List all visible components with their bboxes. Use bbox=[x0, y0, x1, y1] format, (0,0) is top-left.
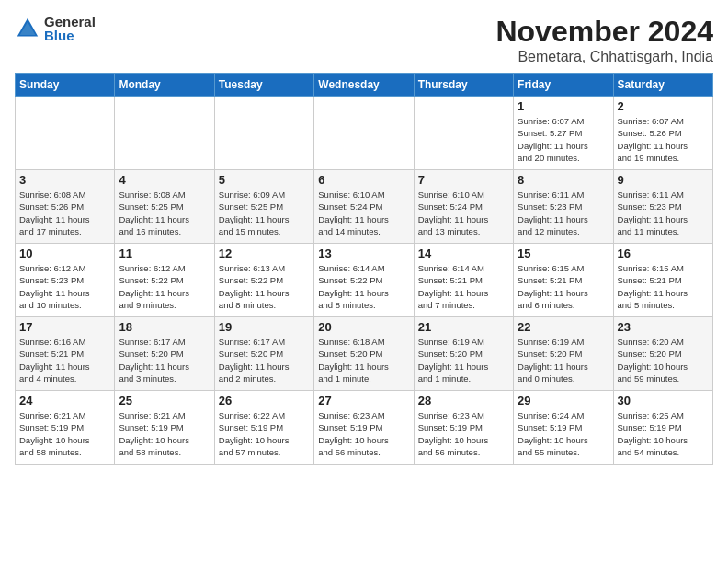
calendar-day-cell: 8Sunrise: 6:11 AM Sunset: 5:23 PM Daylig… bbox=[514, 170, 613, 244]
title-area: November 2024 Bemetara, Chhattisgarh, In… bbox=[495, 15, 713, 65]
day-number: 21 bbox=[418, 320, 509, 334]
weekday-header-thursday: Thursday bbox=[414, 74, 513, 97]
day-info: Sunrise: 6:08 AM Sunset: 5:25 PM Dayligh… bbox=[119, 189, 210, 237]
day-info: Sunrise: 6:14 AM Sunset: 5:21 PM Dayligh… bbox=[418, 262, 509, 311]
day-number: 28 bbox=[418, 394, 509, 408]
day-info: Sunrise: 6:11 AM Sunset: 5:23 PM Dayligh… bbox=[518, 189, 609, 237]
day-info: Sunrise: 6:25 AM Sunset: 5:19 PM Dayligh… bbox=[618, 409, 709, 458]
day-number: 18 bbox=[119, 320, 210, 334]
calendar-week-1: 1Sunrise: 6:07 AM Sunset: 5:27 PM Daylig… bbox=[16, 97, 713, 170]
logo-blue-text: Blue bbox=[44, 29, 96, 42]
calendar-day-cell: 13Sunrise: 6:14 AM Sunset: 5:22 PM Dayli… bbox=[314, 244, 414, 317]
day-number: 12 bbox=[219, 247, 310, 260]
calendar-day-cell bbox=[16, 97, 115, 170]
calendar-week-4: 17Sunrise: 6:16 AM Sunset: 5:21 PM Dayli… bbox=[16, 317, 713, 391]
calendar-day-cell: 28Sunrise: 6:23 AM Sunset: 5:19 PM Dayli… bbox=[414, 391, 513, 465]
day-number: 24 bbox=[19, 394, 110, 408]
day-info: Sunrise: 6:14 AM Sunset: 5:22 PM Dayligh… bbox=[318, 262, 409, 311]
day-info: Sunrise: 6:07 AM Sunset: 5:26 PM Dayligh… bbox=[618, 115, 709, 164]
calendar-day-cell bbox=[214, 97, 313, 170]
calendar-week-2: 3Sunrise: 6:08 AM Sunset: 5:26 PM Daylig… bbox=[16, 170, 713, 244]
calendar-day-cell: 27Sunrise: 6:23 AM Sunset: 5:19 PM Dayli… bbox=[314, 391, 414, 465]
calendar-day-cell: 6Sunrise: 6:10 AM Sunset: 5:24 PM Daylig… bbox=[314, 170, 414, 244]
weekday-header-monday: Monday bbox=[115, 74, 214, 97]
logo-icon bbox=[15, 16, 40, 41]
logo-general-text: General bbox=[44, 15, 96, 29]
calendar-day-cell: 17Sunrise: 6:16 AM Sunset: 5:21 PM Dayli… bbox=[16, 317, 115, 391]
calendar-day-cell: 2Sunrise: 6:07 AM Sunset: 5:26 PM Daylig… bbox=[613, 97, 712, 170]
weekday-header-saturday: Saturday bbox=[613, 74, 712, 97]
day-info: Sunrise: 6:24 AM Sunset: 5:19 PM Dayligh… bbox=[518, 409, 609, 458]
calendar-day-cell: 20Sunrise: 6:18 AM Sunset: 5:20 PM Dayli… bbox=[314, 317, 414, 391]
calendar-day-cell: 15Sunrise: 6:15 AM Sunset: 5:21 PM Dayli… bbox=[514, 244, 613, 317]
page-header: General Blue November 2024 Bemetara, Chh… bbox=[15, 15, 713, 65]
calendar-day-cell: 30Sunrise: 6:25 AM Sunset: 5:19 PM Dayli… bbox=[613, 391, 712, 465]
calendar-table: SundayMondayTuesdayWednesdayThursdayFrid… bbox=[15, 73, 713, 465]
day-info: Sunrise: 6:22 AM Sunset: 5:19 PM Dayligh… bbox=[219, 409, 310, 458]
day-number: 19 bbox=[219, 320, 310, 334]
weekday-header-row: SundayMondayTuesdayWednesdayThursdayFrid… bbox=[16, 74, 713, 97]
day-number: 5 bbox=[219, 173, 310, 187]
day-number: 20 bbox=[318, 320, 409, 334]
calendar-day-cell: 24Sunrise: 6:21 AM Sunset: 5:19 PM Dayli… bbox=[16, 391, 115, 465]
calendar-week-3: 10Sunrise: 6:12 AM Sunset: 5:23 PM Dayli… bbox=[16, 244, 713, 317]
calendar-day-cell: 1Sunrise: 6:07 AM Sunset: 5:27 PM Daylig… bbox=[514, 97, 613, 170]
calendar-day-cell: 23Sunrise: 6:20 AM Sunset: 5:20 PM Dayli… bbox=[613, 317, 712, 391]
day-number: 10 bbox=[19, 247, 110, 260]
day-number: 3 bbox=[19, 173, 110, 187]
day-info: Sunrise: 6:13 AM Sunset: 5:22 PM Dayligh… bbox=[219, 262, 310, 311]
calendar-day-cell: 5Sunrise: 6:09 AM Sunset: 5:25 PM Daylig… bbox=[214, 170, 313, 244]
day-info: Sunrise: 6:20 AM Sunset: 5:20 PM Dayligh… bbox=[618, 336, 709, 385]
day-info: Sunrise: 6:07 AM Sunset: 5:27 PM Dayligh… bbox=[518, 115, 609, 164]
day-number: 11 bbox=[119, 247, 210, 260]
day-number: 9 bbox=[618, 173, 709, 187]
calendar-day-cell: 4Sunrise: 6:08 AM Sunset: 5:25 PM Daylig… bbox=[115, 170, 214, 244]
day-number: 16 bbox=[618, 247, 709, 260]
calendar-day-cell: 18Sunrise: 6:17 AM Sunset: 5:20 PM Dayli… bbox=[115, 317, 214, 391]
location-title: Bemetara, Chhattisgarh, India bbox=[495, 49, 713, 65]
calendar-day-cell: 7Sunrise: 6:10 AM Sunset: 5:24 PM Daylig… bbox=[414, 170, 513, 244]
day-number: 29 bbox=[518, 394, 609, 408]
day-number: 27 bbox=[318, 394, 409, 408]
calendar-day-cell: 3Sunrise: 6:08 AM Sunset: 5:26 PM Daylig… bbox=[16, 170, 115, 244]
calendar-day-cell: 26Sunrise: 6:22 AM Sunset: 5:19 PM Dayli… bbox=[214, 391, 313, 465]
day-info: Sunrise: 6:12 AM Sunset: 5:22 PM Dayligh… bbox=[119, 262, 210, 311]
weekday-header-friday: Friday bbox=[514, 74, 613, 97]
calendar-day-cell: 9Sunrise: 6:11 AM Sunset: 5:23 PM Daylig… bbox=[613, 170, 712, 244]
calendar-body: 1Sunrise: 6:07 AM Sunset: 5:27 PM Daylig… bbox=[16, 97, 713, 465]
day-info: Sunrise: 6:21 AM Sunset: 5:19 PM Dayligh… bbox=[119, 409, 210, 458]
logo: General Blue bbox=[15, 15, 96, 42]
calendar-day-cell: 16Sunrise: 6:15 AM Sunset: 5:21 PM Dayli… bbox=[613, 244, 712, 317]
day-info: Sunrise: 6:23 AM Sunset: 5:19 PM Dayligh… bbox=[318, 409, 409, 458]
day-info: Sunrise: 6:19 AM Sunset: 5:20 PM Dayligh… bbox=[418, 336, 509, 385]
day-info: Sunrise: 6:16 AM Sunset: 5:21 PM Dayligh… bbox=[19, 336, 110, 385]
calendar-day-cell bbox=[115, 97, 214, 170]
day-info: Sunrise: 6:12 AM Sunset: 5:23 PM Dayligh… bbox=[19, 262, 110, 311]
day-number: 17 bbox=[19, 320, 110, 334]
weekday-header-tuesday: Tuesday bbox=[214, 74, 313, 97]
day-info: Sunrise: 6:19 AM Sunset: 5:20 PM Dayligh… bbox=[518, 336, 609, 385]
calendar-day-cell: 21Sunrise: 6:19 AM Sunset: 5:20 PM Dayli… bbox=[414, 317, 513, 391]
day-info: Sunrise: 6:17 AM Sunset: 5:20 PM Dayligh… bbox=[219, 336, 310, 385]
day-info: Sunrise: 6:17 AM Sunset: 5:20 PM Dayligh… bbox=[119, 336, 210, 385]
calendar-day-cell: 11Sunrise: 6:12 AM Sunset: 5:22 PM Dayli… bbox=[115, 244, 214, 317]
calendar-day-cell: 10Sunrise: 6:12 AM Sunset: 5:23 PM Dayli… bbox=[16, 244, 115, 317]
day-number: 6 bbox=[318, 173, 409, 187]
day-number: 23 bbox=[618, 320, 709, 334]
calendar-day-cell bbox=[314, 97, 414, 170]
day-number: 22 bbox=[518, 320, 609, 334]
day-info: Sunrise: 6:11 AM Sunset: 5:23 PM Dayligh… bbox=[618, 189, 709, 237]
day-number: 30 bbox=[618, 394, 709, 408]
day-number: 14 bbox=[418, 247, 509, 260]
day-info: Sunrise: 6:09 AM Sunset: 5:25 PM Dayligh… bbox=[219, 189, 310, 237]
day-info: Sunrise: 6:15 AM Sunset: 5:21 PM Dayligh… bbox=[618, 262, 709, 311]
day-info: Sunrise: 6:08 AM Sunset: 5:26 PM Dayligh… bbox=[19, 189, 110, 237]
day-number: 1 bbox=[518, 99, 609, 113]
day-info: Sunrise: 6:18 AM Sunset: 5:20 PM Dayligh… bbox=[318, 336, 409, 385]
calendar-day-cell: 22Sunrise: 6:19 AM Sunset: 5:20 PM Dayli… bbox=[514, 317, 613, 391]
calendar-day-cell: 25Sunrise: 6:21 AM Sunset: 5:19 PM Dayli… bbox=[115, 391, 214, 465]
day-info: Sunrise: 6:23 AM Sunset: 5:19 PM Dayligh… bbox=[418, 409, 509, 458]
day-info: Sunrise: 6:10 AM Sunset: 5:24 PM Dayligh… bbox=[318, 189, 409, 237]
calendar-day-cell: 19Sunrise: 6:17 AM Sunset: 5:20 PM Dayli… bbox=[214, 317, 313, 391]
day-number: 7 bbox=[418, 173, 509, 187]
